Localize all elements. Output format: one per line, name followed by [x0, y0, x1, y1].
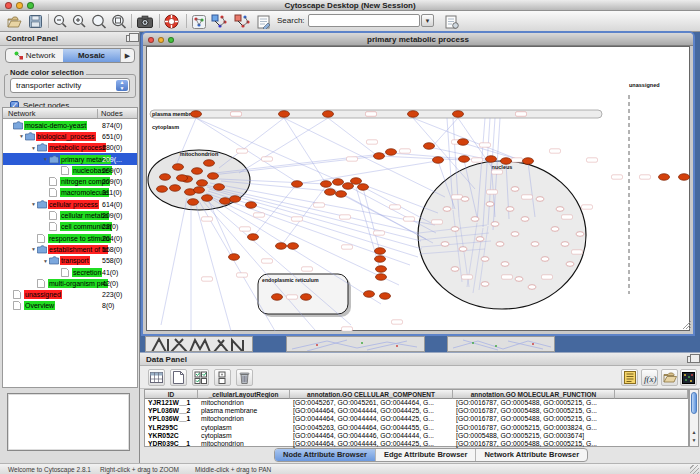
network-node[interactable] [531, 242, 539, 247]
table-col-header[interactable]: annotation.GO CELLULAR_COMPONENT [290, 390, 453, 399]
tree-expand-icon[interactable]: ▼ [42, 156, 49, 162]
network-node[interactable] [375, 248, 386, 255]
tab-network[interactable]: Network [6, 49, 63, 62]
resize-grip[interactable] [690, 465, 699, 474]
network-node[interactable] [170, 185, 181, 192]
network-node[interactable] [523, 158, 534, 165]
matrix-view-icon[interactable] [680, 369, 697, 386]
table-cell[interactable]: [GO:0044464, GO:0044446, GO:0044444, G..… [290, 432, 453, 440]
search-dropdown-icon[interactable]: ▼ [421, 14, 434, 27]
tree-row[interactable]: multi-organism pro42(0) [3, 278, 137, 289]
network-node[interactable] [443, 207, 451, 212]
tab-overflow-arrow[interactable]: ▶ [120, 49, 134, 62]
table-cell[interactable]: [GO:0016787, GO:0005488, GO:0005215, G..… [453, 415, 615, 423]
table-cell[interactable]: YPL036W__2 [145, 407, 198, 415]
network-node[interactable] [157, 186, 168, 193]
camera-snapshot-icon[interactable] [136, 13, 153, 30]
tree-row[interactable]: unassigned223(0) [3, 289, 137, 300]
table-scrollbar[interactable]: ▲ ▼ [689, 389, 699, 447]
tree-row[interactable]: nucleobase-209(0) [3, 165, 137, 176]
network-node[interactable] [279, 111, 290, 118]
scroll-down-icon[interactable]: ▼ [690, 436, 698, 444]
tab-network-attribute-browser[interactable]: Network Attribute Browser [476, 449, 587, 461]
table-col-header[interactable]: _cellularLayoutRegion [198, 390, 290, 399]
network-node[interactable] [202, 195, 213, 202]
network-node[interactable] [458, 139, 469, 146]
network-node[interactable] [197, 180, 208, 187]
tree-row[interactable]: Overview8(0) [3, 300, 137, 311]
table-cell[interactable]: [GO:0016787, GO:0005488, GO:0005215, G..… [453, 407, 615, 415]
network-node[interactable] [333, 179, 344, 186]
network-node[interactable] [453, 111, 464, 118]
network-node[interactable] [214, 184, 225, 191]
zoom-out-icon[interactable] [52, 13, 69, 30]
network-node[interactable] [424, 143, 435, 150]
network-node[interactable] [374, 153, 385, 160]
network-node[interactable] [220, 198, 231, 205]
tree-row[interactable]: ▼cellular process614(0) [3, 199, 137, 210]
table-cell[interactable]: [GO:0016787, GO:0005488, GO:0005215, G..… [453, 399, 615, 407]
network-node[interactable] [208, 173, 219, 180]
table-cell[interactable]: mitochondrion [198, 440, 290, 448]
tree-row[interactable]: ▼primary metabo209(... [3, 153, 137, 164]
tree-col-nodes[interactable]: Nodes [97, 109, 123, 118]
frame-resize-grip[interactable] [683, 321, 691, 329]
network-node[interactable] [481, 257, 489, 262]
zoom-actual-icon[interactable] [90, 13, 107, 30]
network-node[interactable] [229, 254, 240, 261]
attribute-table-icon[interactable] [148, 369, 165, 386]
network-node[interactable] [204, 160, 215, 167]
table-cell[interactable]: YJR121W__1 [145, 399, 198, 407]
network-node[interactable] [491, 222, 499, 227]
network-node[interactable] [556, 207, 564, 212]
network-node[interactable] [364, 291, 375, 298]
network-node[interactable] [323, 111, 334, 118]
close-button[interactable] [5, 2, 12, 9]
table-cell[interactable]: YPL036W__1 [145, 415, 198, 423]
network-node[interactable] [679, 174, 690, 181]
network-node[interactable] [188, 199, 199, 206]
node-color-combo[interactable]: transporter activity ▲▼ [10, 78, 130, 93]
network-node[interactable] [173, 164, 184, 171]
import-attributes-folder-icon[interactable] [661, 369, 678, 386]
network-node[interactable] [501, 158, 512, 165]
table-cell[interactable]: plasma membrane [198, 407, 290, 415]
tree-row[interactable]: secretion41(0) [3, 266, 137, 277]
table-col-header-filler[interactable] [615, 390, 688, 399]
tree-expand-icon[interactable]: ▼ [30, 201, 37, 207]
table-cell[interactable]: YLR295C [145, 424, 198, 432]
network-node[interactable] [376, 274, 387, 281]
zoom-button[interactable] [27, 2, 34, 9]
table-cell[interactable]: [GO:0045263, GO:0044464, GO:0044455, G..… [290, 424, 453, 432]
frame-zoom-button[interactable] [168, 37, 174, 43]
scroll-up-icon[interactable]: ▲ [690, 428, 698, 436]
table-cell[interactable]: cytoplasm [198, 424, 290, 432]
birdseye-view[interactable] [7, 393, 130, 451]
network-node[interactable] [659, 174, 670, 181]
network-node[interactable] [375, 256, 386, 263]
delete-attribute-trash-icon[interactable] [236, 369, 253, 386]
network-frame-titlebar[interactable]: primary metabolic process [143, 33, 693, 46]
function-builder-icon[interactable]: f(x) [641, 369, 658, 386]
table-cell[interactable]: YDR039C__1 [145, 440, 198, 448]
select-attributes-icon[interactable] [192, 369, 209, 386]
zoom-fit-icon[interactable] [110, 13, 127, 30]
nucleus-region[interactable] [418, 161, 586, 309]
minimize-button[interactable] [16, 2, 23, 9]
network-node[interactable] [486, 156, 497, 163]
tree-row[interactable]: cellular metabo209(0) [3, 210, 137, 221]
network-node[interactable] [476, 237, 484, 242]
network-canvas[interactable]: plasma membranemitochondrionnucleusendop… [147, 47, 691, 331]
table-cell[interactable]: mitochondrion [198, 415, 290, 423]
network-node[interactable] [471, 217, 479, 222]
new-attribute-icon[interactable] [170, 369, 187, 386]
tree-row[interactable]: nitrogen compo209(0) [3, 176, 137, 187]
tree-expand-icon[interactable]: ▼ [42, 258, 49, 264]
network-small-icon[interactable] [190, 13, 207, 30]
background-window-fragment[interactable] [145, 336, 253, 352]
network-node[interactable] [325, 189, 336, 196]
table-cell[interactable]: YKR052C [145, 432, 198, 440]
network-node[interactable] [566, 262, 574, 267]
network-node[interactable] [358, 184, 369, 191]
network-import-icon[interactable] [210, 13, 227, 30]
